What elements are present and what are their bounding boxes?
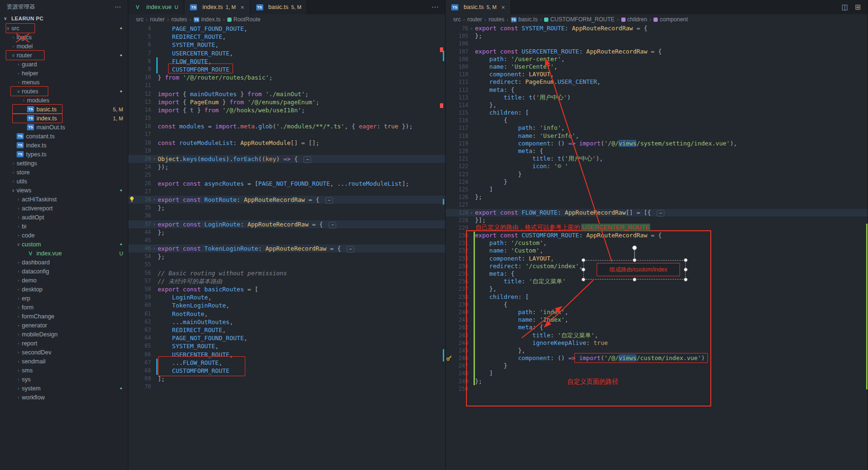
code-line[interactable]: 26export const asyncRoutes = [PAGE_NOT_F… bbox=[128, 180, 445, 188]
code-line[interactable]: 27 bbox=[128, 188, 445, 196]
code-line[interactable]: 244 ignoreKeepAlive: true bbox=[446, 339, 868, 347]
code-line[interactable]: 236 title: '自定义菜单' bbox=[446, 278, 868, 285]
code-line[interactable]: 114 }, bbox=[446, 101, 868, 109]
breadcrumb-item-component[interactable]: component bbox=[653, 16, 688, 23]
tree-item-helper[interactable]: ›helper bbox=[0, 69, 128, 78]
chevron-right-icon[interactable]: › bbox=[15, 341, 22, 346]
tree-item-store[interactable]: ›store bbox=[0, 168, 128, 177]
code-line[interactable]: 36 bbox=[128, 212, 445, 220]
chevron-right-icon[interactable]: › bbox=[10, 170, 17, 175]
chevron-right-icon[interactable]: › bbox=[15, 80, 22, 85]
fold-ellipsis-icon[interactable]: ⋯ bbox=[304, 156, 311, 163]
code-line[interactable]: 121 title: t('用户中心'), bbox=[446, 155, 868, 163]
chevron-right-icon[interactable]: › bbox=[15, 260, 22, 265]
chevron-right-icon[interactable]: › bbox=[20, 98, 27, 103]
code-line[interactable]: 59 LoginRoute, bbox=[128, 293, 445, 301]
tree-item-src[interactable]: ∨src● bbox=[0, 24, 128, 33]
code-line[interactable]: 64 PAGE_NOT_FOUND_ROUTE, bbox=[128, 334, 445, 342]
code-line[interactable]: 14import { t } from '/@/hooks/web/useI18… bbox=[128, 106, 445, 114]
chevron-right-icon[interactable]: › bbox=[15, 197, 22, 202]
chevron-right-icon[interactable]: › bbox=[10, 161, 17, 166]
code-line[interactable]: 235 meta: { bbox=[446, 270, 868, 278]
code-line[interactable]: 240 path: 'index', bbox=[446, 308, 868, 316]
code-line[interactable]: 45 bbox=[128, 236, 445, 244]
tree-item-views[interactable]: ∨views● bbox=[0, 186, 128, 195]
tab-index.ts[interactable]: TSindex.ts1, M× bbox=[184, 0, 250, 14]
tree-item-logics[interactable]: ›logics bbox=[0, 33, 128, 42]
code-line[interactable]: 123 } bbox=[446, 171, 868, 178]
tree-item-routes[interactable]: ∨routes● bbox=[0, 87, 128, 96]
tab-basic.ts[interactable]: TSbasic.ts5, M× bbox=[446, 0, 511, 14]
lightbulb-icon[interactable] bbox=[129, 196, 135, 203]
tree-item-sendmail[interactable]: ›sendmail bbox=[0, 357, 128, 366]
tree-item-router[interactable]: ∨router● bbox=[0, 51, 128, 60]
workspace-section-header[interactable]: ∨ LEARUN PC bbox=[0, 13, 128, 24]
code-line[interactable]: 117 path: 'info', bbox=[446, 124, 868, 132]
code-line[interactable]: 7 USERCENTER_ROUTE, bbox=[128, 49, 445, 57]
tree-item-demo[interactable]: ›demo bbox=[0, 276, 128, 285]
code-line[interactable]: 24}); bbox=[128, 163, 445, 171]
fold-ellipsis-icon[interactable]: ⋯ bbox=[347, 246, 354, 253]
tree-item-index.ts[interactable]: TSindex.ts1, M bbox=[0, 114, 128, 123]
code-line[interactable]: 65 SYSTEM_ROUTE, bbox=[128, 342, 445, 350]
code-line[interactable]: 56// Basic routing without permissions bbox=[128, 269, 445, 277]
code-line[interactable]: 124 } bbox=[446, 178, 868, 186]
tree-item-auditOpt[interactable]: ›auditOpt bbox=[0, 213, 128, 222]
tree-item-form[interactable]: ›form bbox=[0, 303, 128, 312]
code-line[interactable]: 28›export const RootRoute: AppRouteRecor… bbox=[128, 196, 445, 204]
tree-item-custom[interactable]: ∨custom● bbox=[0, 240, 128, 249]
tab-index.vue[interactable]: Vindex.vueU bbox=[128, 0, 184, 14]
breadcrumb-item-router[interactable]: router bbox=[467, 16, 482, 23]
code-line[interactable]: 15 bbox=[128, 114, 445, 122]
fold-chevron-icon[interactable]: › bbox=[151, 196, 158, 204]
fold-ellipsis-icon[interactable]: ⋯ bbox=[325, 197, 333, 204]
code-line[interactable]: 37›export const LoginRoute: AppRouteReco… bbox=[128, 220, 445, 228]
code-line[interactable]: 126}; bbox=[446, 193, 868, 201]
code-line[interactable]: 242 meta: { bbox=[446, 324, 868, 331]
key-icon[interactable] bbox=[446, 355, 453, 362]
code-line[interactable]: 230export const CUSTOMFORM_ROUTE: AppRou… bbox=[446, 232, 868, 239]
code-line[interactable]: 228}]; bbox=[446, 217, 868, 224]
tree-item-bi[interactable]: ›bi bbox=[0, 222, 128, 231]
code-editor[interactable]: 4 PAGE_NOT_FOUND_ROUTE,5 REDIRECT_ROUTE,… bbox=[128, 25, 445, 470]
code-line[interactable]: 4 PAGE_NOT_FOUND_ROUTE, bbox=[128, 25, 445, 33]
code-line[interactable]: 120 meta: { bbox=[446, 147, 868, 155]
chevron-right-icon[interactable]: › bbox=[10, 179, 17, 184]
breadcrumb-item-router[interactable]: router bbox=[150, 16, 165, 23]
fold-ellipsis-icon[interactable]: ⋯ bbox=[329, 222, 336, 228]
chevron-right-icon[interactable]: › bbox=[15, 323, 22, 328]
tree-item-sys[interactable]: ›sys bbox=[0, 375, 128, 384]
code-line[interactable]: 19 bbox=[128, 147, 445, 155]
tree-item-mobileDesign[interactable]: ›mobileDesign bbox=[0, 330, 128, 339]
code-line[interactable]: 107export const USERCENTER_ROUTE: AppRou… bbox=[446, 48, 868, 55]
chevron-right-icon[interactable]: › bbox=[15, 368, 22, 373]
chevron-right-icon[interactable]: › bbox=[15, 332, 22, 337]
code-line[interactable]: 18const routeModuleList: AppRouteModule[… bbox=[128, 139, 445, 147]
close-icon[interactable]: × bbox=[241, 4, 244, 11]
chevron-right-icon[interactable]: › bbox=[15, 287, 22, 292]
code-line[interactable]: 55 bbox=[128, 261, 445, 269]
tree-item-formChange[interactable]: ›formChange bbox=[0, 312, 128, 321]
code-line[interactable]: 234 redirect: '/custom/index', bbox=[446, 262, 868, 270]
chevron-right-icon[interactable]: › bbox=[15, 215, 22, 220]
code-line[interactable]: 231 path: '/custom', bbox=[446, 239, 868, 247]
code-line[interactable]: 239 { bbox=[446, 301, 868, 308]
code-line[interactable]: 119 component: () => import('/@/views/sy… bbox=[446, 140, 868, 147]
tree-item-actHiTaskinst[interactable]: ›actHiTaskinst bbox=[0, 195, 128, 204]
tree-item-guard[interactable]: ›guard bbox=[0, 60, 128, 69]
fold-ellipsis-icon[interactable]: ⋯ bbox=[657, 210, 664, 217]
tree-item-modules[interactable]: ›modules bbox=[0, 96, 128, 105]
tree-item-sms[interactable]: ›sms bbox=[0, 366, 128, 375]
code-line[interactable]: 10} from '/@/router/routes/basic'; bbox=[128, 73, 445, 81]
code-line[interactable]: 6 SYSTEM_ROUTE, bbox=[128, 41, 445, 49]
code-line[interactable]: 248 ] bbox=[446, 370, 868, 377]
code-line[interactable]: 108 path: '/user-center', bbox=[446, 55, 868, 63]
chevron-right-icon[interactable]: › bbox=[15, 269, 22, 274]
tree-item-settings[interactable]: ›settings bbox=[0, 159, 128, 168]
breadcrumb-item-RootRoute[interactable]: RootRoute bbox=[227, 16, 260, 23]
code-line[interactable]: 25 bbox=[128, 171, 445, 179]
code-line[interactable]: 250 bbox=[446, 385, 868, 393]
chevron-right-icon[interactable]: › bbox=[15, 278, 22, 283]
code-line[interactable]: 60 TokenLoginRoute, bbox=[128, 301, 445, 309]
code-line[interactable]: 54}; bbox=[128, 253, 445, 261]
